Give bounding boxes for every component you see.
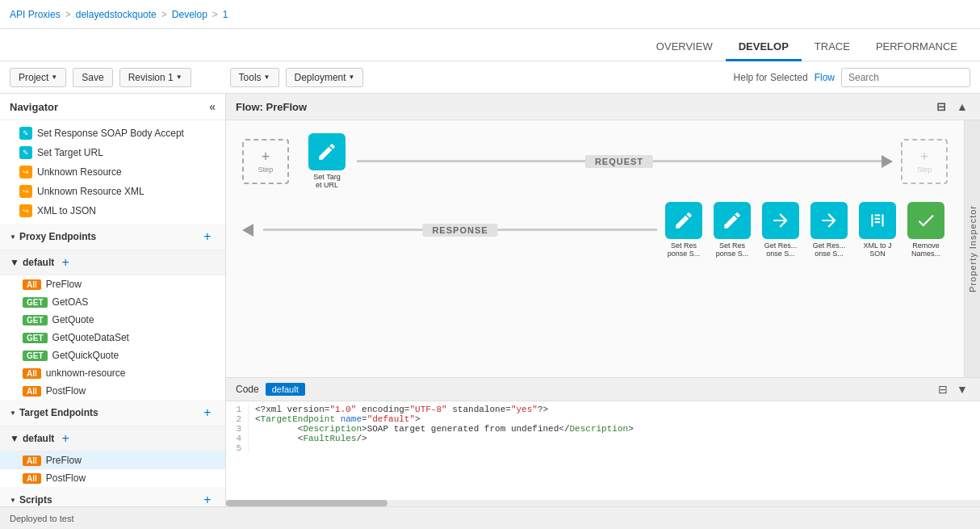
policy-icon-edit: ✎ [19,127,32,140]
policy-item-set-response-soap[interactable]: ✎ Set Response SOAP Body Accept [0,124,225,143]
policy-node-xml-to-json[interactable]: XML to JSON [859,202,896,258]
breadcrumb-develop[interactable]: Develop [172,9,207,20]
code-expand-btn[interactable]: ▼ [954,381,970,397]
tab-performance[interactable]: PERFORMANCE [863,34,970,61]
policy-item-unknown-resource[interactable]: ↪ Unknown Resource [0,162,225,182]
add-target-endpoint-btn[interactable]: + [199,405,216,421]
request-add-step-right[interactable]: + Step [901,139,948,184]
proxy-endpoint-items: All PreFlow GET GetOAS GET GetQuote GET … [0,275,225,400]
target-endpoints-section: ▼ Target Endpoints + ▼ default + All Pre… [0,400,225,487]
deployment-button[interactable]: Deployment ▼ [286,68,364,87]
target-endpoint-group-default: ▼ default + All PreFlow All PostFlow [0,426,225,487]
help-text: Help for Selected [734,72,808,83]
flow-header: Flow: PreFlow ⊟ ▲ [226,94,980,120]
breadcrumb-revision: 1 [223,9,228,20]
request-arrow [882,155,893,168]
flow-header-controls: ⊟ ▲ [933,99,970,115]
target-endpoints-header[interactable]: ▼ Target Endpoints + [0,400,225,426]
policy-list: ✎ Set Response SOAP Body Accept ✎ Set Ta… [0,120,225,224]
policy-node-get-response-1[interactable]: Get Res...onse S... [762,202,799,258]
policy-node-get-response-2[interactable]: Get Res...onse S... [810,202,848,258]
code-line-2: 2 <TargetEndpoint name="default"> [226,414,980,424]
tab-develop[interactable]: DEVELOP [726,34,802,61]
code-collapse-btn[interactable]: ⊟ [935,381,951,397]
target-postflow[interactable]: All PostFlow [0,469,225,487]
proxy-endpoints-header[interactable]: ▼ Proxy Endpoints + [0,224,225,250]
tab-overview[interactable]: OVERVIEW [643,34,726,61]
sep1: > [65,9,71,20]
policy-node-set-response-1[interactable]: Set Response S... [665,202,702,258]
proxy-endpoints-section: ▼ Proxy Endpoints + ▼ default + All PreF… [0,224,225,400]
target-endpoint-items: All PreFlow All PostFlow [0,451,225,487]
request-arrow-spacer: REQUEST [357,137,893,186]
code-header: Code default ⊟ ▼ [226,378,980,401]
add-target-flow-btn[interactable]: + [57,430,73,447]
code-line-4: 4 <FaultRules/> [226,434,980,443]
code-area: Code default ⊟ ▼ 1 <?xml version="1.0" e… [226,377,980,506]
policy-item-xml-to-json[interactable]: ↪ XML to JSON [0,201,225,220]
add-proxy-flow-btn[interactable]: + [57,254,73,271]
policy-node-set-target-url[interactable]: Set Target URL [308,133,346,189]
proxy-preflow[interactable]: All PreFlow [0,275,225,293]
sidebar-collapse-btn[interactable]: « [209,100,216,113]
code-line-1: 1 <?xml version="1.0" encoding="UTF-8" s… [226,405,980,414]
code-line-5: 5 [226,443,980,453]
sep2: > [161,9,167,20]
save-button[interactable]: Save [73,68,112,87]
sidebar: Navigator « ✎ Set Response SOAP Body Acc… [0,94,226,506]
flow-expand-btn[interactable]: ▲ [954,99,970,115]
nav-tabs: OVERVIEW DEVELOP TRACE PERFORMANCE [0,29,980,61]
proxy-getoas[interactable]: GET GetOAS [0,293,225,311]
flow-collapse-btn[interactable]: ⊟ [933,99,949,115]
proxy-default-header[interactable]: ▼ default + [0,250,225,275]
code-scrollbar[interactable] [226,500,980,506]
breadcrumb-proxy-name[interactable]: delayedstockquote [76,9,157,20]
tools-button[interactable]: Tools ▼ [230,68,279,87]
flow-canvas: + Step Set Target URL REQUEST [226,120,964,377]
content-area: Flow: PreFlow ⊟ ▲ + Step [226,94,980,506]
breadcrumb-api-proxies[interactable]: API Proxies [10,9,61,20]
policy-item-set-target-url[interactable]: ✎ Set Target URL [0,143,225,162]
request-row: + Step Set Target URL REQUEST [226,120,964,189]
code-line-3: 3 <Description>SOAP target generated fro… [226,424,980,434]
proxy-postflow[interactable]: All PostFlow [0,382,225,400]
add-proxy-endpoint-btn[interactable]: + [199,229,216,245]
status-bar: Deployed to test [0,506,980,529]
request-add-step[interactable]: + Step [242,139,289,184]
proxy-unknown-resource[interactable]: All unknown-resource [0,364,225,382]
flow-canvas-wrapper: + Step Set Target URL REQUEST [226,120,980,377]
proxy-endpoint-group-default: ▼ default + All PreFlow GET GetOAS GET [0,250,225,400]
toolbar: Project ▼ Save Revision 1 ▼ Tools ▼ Depl… [0,61,980,94]
request-label: REQUEST [585,155,653,168]
proxy-getquotedataset[interactable]: GET GetQuoteDataSet [0,329,225,346]
code-scrollbar-thumb[interactable] [226,500,387,506]
sidebar-header: Navigator « [0,94,225,120]
target-preflow[interactable]: All PreFlow [0,451,225,469]
search-input[interactable] [841,68,970,87]
proxy-getquickquote[interactable]: GET GetQuickQuote [0,346,225,364]
policy-item-unknown-resource-xml[interactable]: ↪ Unknown Resource XML [0,182,225,201]
add-script-btn[interactable]: + [199,492,216,506]
policy-node-set-response-2[interactable]: Set Response S... [714,202,751,258]
proxy-getquote[interactable]: GET GetQuote [0,311,225,329]
policy-icon-edit2: ✎ [19,146,32,159]
revision-button[interactable]: Revision 1 ▼ [119,68,191,87]
sep3: > [212,9,218,20]
policy-icon-redirect3: ↪ [19,204,32,217]
policy-icon-redirect2: ↪ [19,185,32,198]
tab-trace[interactable]: TRACE [802,34,863,61]
property-inspector[interactable]: Property Inspector [964,120,980,377]
target-default-header[interactable]: ▼ default + [0,426,225,451]
policy-node-remove-names[interactable]: RemoveNames... [907,202,944,258]
project-button[interactable]: Project ▼ [10,68,66,87]
scripts-header[interactable]: ▼ Scripts + [0,487,225,506]
code-tab[interactable]: default [266,383,305,396]
main-layout: Navigator « ✎ Set Response SOAP Body Acc… [0,94,980,506]
response-arrow-left [242,224,253,237]
policy-icon-redirect: ↪ [19,166,32,178]
flow-link[interactable]: Flow [815,72,835,83]
scripts-section: ▼ Scripts + ▼ xsl 📄 remove-empty-nodes.x… [0,487,225,506]
code-body: 1 <?xml version="1.0" encoding="UTF-8" s… [226,401,980,500]
response-policy-nodes: Set Response S... Set Response S... [662,202,948,258]
breadcrumb-bar: API Proxies > delayedstockquote > Develo… [0,0,980,29]
